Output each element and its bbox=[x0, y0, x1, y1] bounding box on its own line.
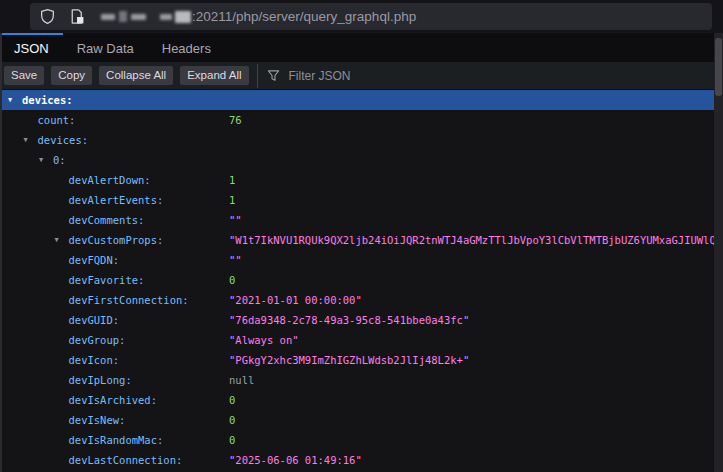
json-value: "W1t7IkNVU1RQUk9QX2ljb24iOiJQR2tnWTJ4aGM… bbox=[229, 230, 714, 250]
expander-arrow-icon[interactable]: ▼ bbox=[55, 230, 59, 250]
json-value: "76da9348-2c78-49a3-95c8-541bbe0a43fc" bbox=[229, 310, 469, 330]
expander-arrow-icon[interactable]: ▼ bbox=[24, 130, 28, 150]
json-viewer-toolbar: SaveCopyCollapse AllExpand All bbox=[0, 62, 723, 90]
url-bar[interactable]: :20211/php/server/query_graphql.php bbox=[30, 3, 712, 30]
filter-json-input[interactable] bbox=[287, 68, 431, 84]
json-key: devComments: bbox=[69, 210, 145, 230]
viewer-tab-headers[interactable]: Headers bbox=[148, 33, 225, 62]
json-tree-row[interactable]: devAlertEvents: 1 bbox=[2, 190, 714, 210]
json-tree-row[interactable]: ▼ devices: bbox=[2, 90, 714, 110]
json-value: 0 bbox=[229, 430, 235, 450]
json-tree-row[interactable]: devIsRandomMac: 0 bbox=[2, 430, 714, 450]
json-value: 1 bbox=[229, 170, 235, 190]
json-key: devIsNew: bbox=[69, 410, 126, 430]
json-key: devCustomProps: bbox=[69, 230, 164, 250]
json-key: devIsRandomMac: bbox=[69, 430, 164, 450]
json-value: "Always on" bbox=[229, 330, 299, 350]
json-key: devFavorite: bbox=[69, 270, 145, 290]
json-tree-row[interactable]: devIcon: "PGkgY2xhc3M9ImZhIGZhLWdsb2JlIj… bbox=[2, 350, 714, 370]
json-value: 76 bbox=[229, 110, 242, 130]
json-key: devGroup: bbox=[69, 330, 126, 350]
json-key: 0: bbox=[53, 150, 66, 170]
json-tree-row[interactable]: devComments: "" bbox=[2, 210, 714, 230]
json-value: 0 bbox=[229, 270, 235, 290]
json-key: devices: bbox=[38, 130, 89, 150]
json-value: 0 bbox=[229, 410, 235, 430]
json-value: "PGkgY2xhc3M9ImZhIGZhLWdsb2JlIj48L2k+" bbox=[229, 350, 469, 370]
filter-funnel-icon bbox=[267, 69, 280, 82]
scrollbar-thumb[interactable] bbox=[715, 38, 722, 96]
json-key: devFirstConnection: bbox=[69, 290, 189, 310]
json-value: 0 bbox=[229, 390, 235, 410]
save-button[interactable]: Save bbox=[4, 66, 44, 85]
json-value: "" bbox=[229, 250, 242, 270]
json-tree-row[interactable]: ▼ devices: bbox=[2, 130, 714, 150]
redacted-host bbox=[101, 11, 191, 23]
json-value: null bbox=[229, 370, 254, 390]
json-key: devAlertDown: bbox=[69, 170, 151, 190]
json-value: "" bbox=[229, 210, 242, 230]
json-tree-row[interactable]: devFQDN: "" bbox=[2, 250, 714, 270]
json-key: devAlertEvents: bbox=[69, 190, 164, 210]
json-tree-row[interactable]: devFavorite: 0 bbox=[2, 270, 714, 290]
collapse-all-button[interactable]: Collapse All bbox=[99, 66, 173, 85]
url-text: :20211/php/server/query_graphql.php bbox=[192, 9, 416, 24]
expander-arrow-icon[interactable]: ▼ bbox=[39, 150, 43, 170]
viewer-tab-raw-data[interactable]: Raw Data bbox=[63, 33, 148, 62]
filter-area bbox=[267, 68, 431, 84]
copy-button[interactable]: Copy bbox=[51, 66, 92, 85]
page-icon[interactable] bbox=[68, 8, 85, 25]
json-tree-row[interactable]: count: 76 bbox=[2, 110, 714, 130]
json-value: "2025-06-06 01:49:16" bbox=[229, 450, 362, 470]
json-key: devGUID: bbox=[69, 310, 120, 330]
json-key: count: bbox=[38, 110, 76, 130]
json-key: devIpLong: bbox=[69, 370, 132, 390]
viewer-tab-json[interactable]: JSON bbox=[0, 33, 63, 62]
json-key: devIcon: bbox=[69, 350, 120, 370]
expand-all-button[interactable]: Expand All bbox=[180, 66, 248, 85]
json-value: 1 bbox=[229, 190, 235, 210]
json-key: devices: bbox=[22, 90, 73, 110]
expander-arrow-icon[interactable]: ▼ bbox=[8, 90, 12, 110]
json-tree-row[interactable]: ▼ devCustomProps: "W1t7IkNVU1RQUk9QX2ljb… bbox=[2, 230, 714, 250]
toolbar-buttons: SaveCopyCollapse AllExpand All bbox=[0, 66, 249, 85]
json-tree-row[interactable]: devLastConnection: "2025-06-06 01:49:16" bbox=[2, 450, 714, 470]
json-tree-row[interactable]: ▼ 0: bbox=[2, 150, 714, 170]
json-tree-row[interactable]: devFirstConnection: "2021-01-01 00:00:00… bbox=[2, 290, 714, 310]
vertical-scrollbar[interactable] bbox=[714, 33, 723, 472]
json-value: "2021-01-01 00:00:00" bbox=[229, 290, 362, 310]
json-viewer-tab-bar: JSONRaw DataHeaders bbox=[0, 33, 723, 63]
json-tree-row[interactable]: devIpLong: null bbox=[2, 370, 714, 390]
json-key: devLastConnection: bbox=[69, 450, 183, 470]
json-tree-row[interactable]: devGroup: "Always on" bbox=[2, 330, 714, 350]
toolbar-separator bbox=[257, 64, 258, 88]
json-key: devIsArchived: bbox=[69, 390, 158, 410]
json-tree-row[interactable]: devGUID: "76da9348-2c78-49a3-95c8-541bbe… bbox=[2, 310, 714, 330]
window-left-edge bbox=[0, 33, 2, 472]
json-tree-row[interactable]: devIsArchived: 0 bbox=[2, 390, 714, 410]
browser-chrome: :20211/php/server/query_graphql.php bbox=[0, 0, 723, 34]
json-key: devFQDN: bbox=[69, 250, 120, 270]
json-tree: ▼ devices: count: 76 ▼ devices: ▼ 0: dev… bbox=[0, 90, 723, 472]
json-tree-row[interactable]: devAlertDown: 1 bbox=[2, 170, 714, 190]
shield-icon[interactable] bbox=[39, 8, 56, 25]
json-tree-row[interactable]: devIsNew: 0 bbox=[2, 410, 714, 430]
